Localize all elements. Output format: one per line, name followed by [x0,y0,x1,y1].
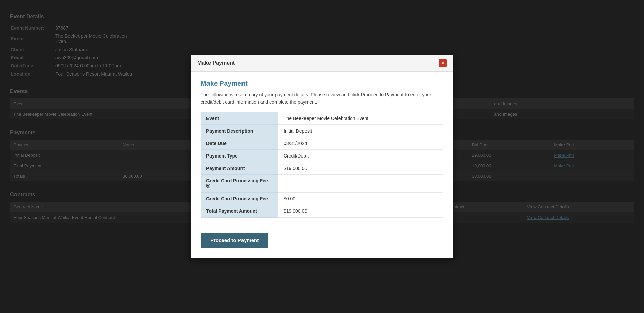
modal-overlay: Make Payment × Make Payment The followin… [0,0,644,313]
payment-value-event: The Beekeeper Movie Celebration Event [278,112,443,125]
payment-value-cc-fee-pct [278,175,443,193]
payment-label-cc-fee-pct: Credit Card Processing Fee % [201,175,278,193]
modal-close-button[interactable]: × [439,59,447,67]
payment-label-type: Payment Type [201,150,278,162]
payment-label-total: Total Payment Amount [201,205,278,218]
payment-value-cc-fee: $0.00 [278,193,443,205]
payment-label-cc-fee: Credit Card Processing Fee [201,193,278,205]
modal-header: Make Payment × [191,55,453,72]
payment-details-table: Event The Beekeeper Movie Celebration Ev… [201,112,443,218]
payment-value-date-due: 03/31/2024 [278,137,443,150]
payment-label-amount: Payment Amount [201,162,278,175]
modal-section-title: Make Payment [201,80,443,87]
modal-header-title: Make Payment [197,60,235,66]
payment-row-date-due: Date Due 03/31/2024 [201,137,443,150]
payment-label-description: Payment Description [201,125,278,137]
make-payment-modal: Make Payment × Make Payment The followin… [191,55,453,258]
payment-row-cc-fee: Credit Card Processing Fee $0.00 [201,193,443,205]
proceed-to-payment-button[interactable]: Proceed to Payment [201,233,268,248]
payment-value-total: $19,000.00 [278,205,443,218]
payment-row-total: Total Payment Amount $19,000.00 [201,205,443,218]
payment-row-cc-fee-pct: Credit Card Processing Fee % [201,175,443,193]
payment-row-amount: Payment Amount $19,000.00 [201,162,443,175]
modal-divider [201,226,443,226]
modal-description: The following is a summary of your payme… [201,91,443,106]
payment-value-amount: $19,000.00 [278,162,443,175]
payment-row-description: Payment Description Initial Deposit [201,125,443,137]
payment-value-description: Initial Deposit [278,125,443,137]
payment-row-type: Payment Type Credit/Debit [201,150,443,162]
payment-row-event: Event The Beekeeper Movie Celebration Ev… [201,112,443,125]
modal-body: Make Payment The following is a summary … [191,72,453,258]
payment-label-date-due: Date Due [201,137,278,150]
payment-label-event: Event [201,112,278,125]
payment-value-type: Credit/Debit [278,150,443,162]
